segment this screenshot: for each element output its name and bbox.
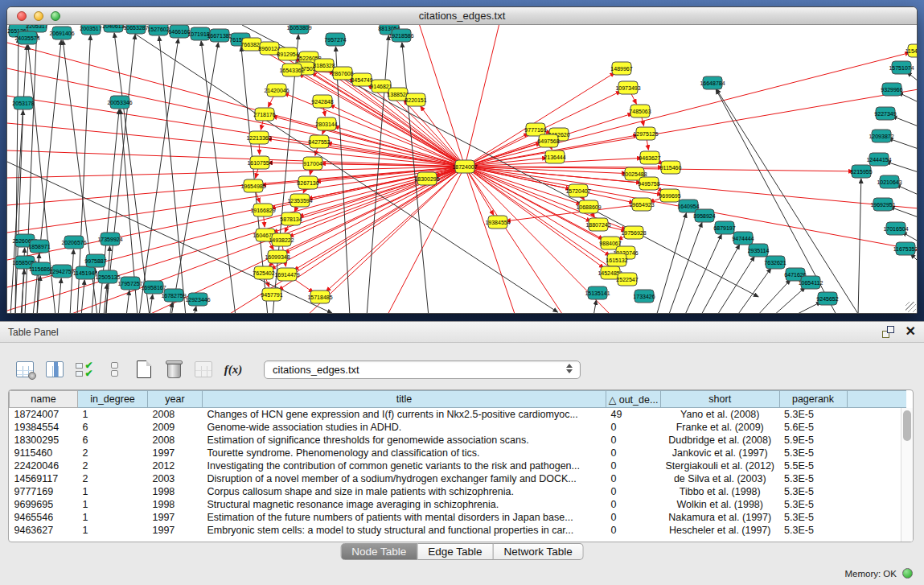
graph-node-8958924[interactable]: 8958924 — [693, 209, 715, 222]
graph-node-19384554[interactable]: 19384554 — [485, 216, 510, 229]
tab-network-table[interactable]: Network Table — [494, 543, 584, 560]
graph-node-2040613[interactable]: 2040613 — [102, 25, 124, 32]
graph-node-15720407[interactable]: 15720407 — [565, 184, 590, 197]
graph-node-21420046[interactable]: 21420046 — [264, 84, 289, 97]
graph-node-16782759[interactable]: 16782759 — [161, 289, 186, 302]
graph-node-8220151[interactable]: 8220151 — [405, 93, 426, 106]
graph-node-10654112[interactable]: 10654112 — [799, 276, 823, 289]
column-header-name[interactable]: name — [10, 391, 78, 408]
graph-node-18807243[interactable]: 18807243 — [585, 218, 610, 231]
graph-node-9495758[interactable]: 9495758 — [638, 177, 659, 190]
graph-node-18724007[interactable]: 18724007 — [452, 160, 477, 173]
graph-node-15718485[interactable]: 15718485 — [307, 290, 332, 303]
graph-node-20691406[interactable]: 20691406 — [49, 27, 74, 39]
graph-node-9457791[interactable]: 9457791 — [261, 288, 282, 301]
graph-node-1527602[interactable]: 1527602 — [147, 25, 169, 35]
graph-node-12923446[interactable]: 12923446 — [185, 293, 210, 306]
graph-node-1615132[interactable]: 1615132 — [606, 253, 627, 266]
graph-node-9699695[interactable]: 9699695 — [659, 189, 680, 202]
graph-node-6879197[interactable]: 6879197 — [713, 221, 735, 234]
table-row[interactable]: 1872400712008Changes of HCN gene express… — [10, 408, 907, 421]
graph-node-2003517[interactable]: 2003517 — [80, 25, 101, 35]
graph-node-2522547[interactable]: 2522547 — [616, 273, 638, 286]
graph-node-16671385[interactable]: 16671385 — [207, 29, 232, 42]
column-header-pagerank[interactable]: pagerank — [779, 391, 847, 408]
graph-node-16107554[interactable]: 16107554 — [247, 156, 272, 169]
graph-node-12444154[interactable]: 12444154 — [866, 153, 891, 166]
window-resize-grip[interactable] — [906, 302, 916, 312]
graph-node-12213363[interactable]: 12213363 — [246, 131, 271, 144]
window-titlebar[interactable]: citations_edges.txt — [7, 7, 917, 25]
graph-node-12975125[interactable]: 12975125 — [633, 127, 658, 140]
graph-node-16543362[interactable]: 16543362 — [279, 64, 304, 76]
graph-node-11548408[interactable]: 11548408 — [906, 44, 917, 57]
new-table-icon[interactable] — [133, 359, 154, 380]
table-scrollbar[interactable] — [901, 408, 913, 542]
column-settings-icon[interactable] — [14, 359, 35, 380]
graph-node-19218586[interactable]: 19218586 — [388, 29, 413, 42]
graph-node-19654923[interactable]: 19654923 — [629, 198, 654, 211]
graph-node-15135141[interactable]: 15135141 — [585, 286, 610, 299]
graph-node-9227349[interactable]: 9227349 — [874, 107, 896, 120]
graph-node-24035574[interactable]: 24035574 — [14, 31, 39, 44]
graph-node-10688609[interactable]: 10688609 — [576, 200, 601, 213]
graph-node-2803144[interactable]: 2803144 — [315, 117, 337, 130]
graph-node-10210643[interactable]: 10210643 — [877, 175, 901, 188]
graph-node-19692951[interactable]: 19692951 — [870, 198, 895, 211]
memory-status-dot[interactable] — [902, 568, 913, 579]
graph-node-6497568[interactable]: 6497568 — [537, 134, 559, 147]
row-select-icon[interactable]: ✔ ✔ — [74, 359, 95, 380]
graph-node-9115460[interactable]: 9115460 — [660, 161, 682, 174]
graph-node-7625402[interactable]: 7625402 — [253, 266, 274, 279]
graph-node-20206576[interactable]: 20206576 — [61, 236, 86, 249]
graph-node-12942757[interactable]: 12942757 — [49, 265, 74, 278]
graph-node-10973493[interactable]: 10973493 — [615, 81, 640, 94]
graph-node-12093872[interactable]: 12093872 — [869, 130, 893, 142]
graph-node-18300295[interactable]: 18300295 — [414, 172, 439, 185]
table-row[interactable]: 1830029562008Estimation of significance … — [10, 434, 907, 447]
table-row[interactable]: 946362711997Embryonic stem cells: a mode… — [10, 524, 907, 537]
graph-node-9975887[interactable]: 9975887 — [84, 254, 106, 267]
graph-node-1733426[interactable]: 1733426 — [633, 290, 655, 303]
rows-icon[interactable] — [104, 359, 125, 380]
graph-node-16053809[interactable]: 16053809 — [286, 25, 311, 34]
graph-node-1858971[interactable]: 1858971 — [28, 240, 50, 253]
graph-node-7632621[interactable]: 7632621 — [764, 256, 786, 269]
graph-node-17016504[interactable]: 17016504 — [883, 222, 908, 235]
graph-node-7485063[interactable]: 7485063 — [629, 105, 651, 117]
graph-node-12353594[interactable]: 12353594 — [287, 194, 312, 207]
graph-node-16648784[interactable]: 16648784 — [700, 76, 725, 89]
graph-node-9245652[interactable]: 9245652 — [816, 292, 838, 305]
function-builder-icon[interactable]: f(x) — [223, 359, 244, 380]
graph-node-16099348[interactable]: 16099348 — [265, 250, 290, 263]
graph-node-19166829[interactable]: 19166829 — [250, 204, 275, 216]
table-row[interactable]: 2242004622012Investigating the contribut… — [10, 459, 907, 472]
table-row[interactable]: 1938455462009Genome-wide association stu… — [10, 421, 907, 434]
graph-node-2053178[interactable]: 2053178 — [12, 97, 34, 109]
graph-node-12505135[interactable]: 12505135 — [95, 270, 120, 283]
select-columns-icon[interactable] — [44, 359, 65, 380]
table-row[interactable]: 1456911722003Disruption of a novel membe… — [10, 472, 907, 485]
table-row[interactable]: 946554611997Estimation of the future num… — [10, 511, 907, 524]
column-header-short[interactable]: short — [661, 391, 780, 408]
delete-table-icon[interactable] — [163, 359, 184, 380]
table-selector-dropdown[interactable]: citations_edges.txt — [264, 360, 581, 379]
graph-node-8427552[interactable]: 8427552 — [308, 135, 330, 148]
graph-node-17359924[interactable]: 17359924 — [97, 233, 122, 245]
graph-node-16914479[interactable]: 16914479 — [274, 268, 299, 281]
network-view-window[interactable]: citations_edges.txt 26512642205317240355… — [6, 6, 918, 314]
graph-node-917004[interactable]: 917004 — [303, 157, 322, 170]
graph-node-2136444[interactable]: 2136444 — [544, 150, 565, 163]
column-header-in_degree[interactable]: in_degree — [78, 391, 148, 408]
graph-node-17957257[interactable]: 17957257 — [117, 277, 142, 290]
close-panel-icon[interactable]: ✕ — [906, 325, 916, 338]
graph-node-2935114[interactable]: 2935114 — [748, 244, 770, 257]
column-header-year[interactable]: year — [148, 391, 203, 408]
network-canvas[interactable]: 2651264220531724035574206914062003517204… — [7, 25, 917, 313]
graph-node-19756928[interactable]: 19756928 — [621, 226, 646, 239]
graph-node-1489967[interactable]: 1489967 — [610, 62, 632, 75]
tab-node-table[interactable]: Node Table — [340, 543, 417, 560]
tab-edge-table[interactable]: Edge Table — [417, 543, 493, 560]
graph-node-2718176[interactable]: 2718176 — [253, 108, 275, 121]
graph-node-9329966[interactable]: 9329966 — [881, 83, 902, 96]
